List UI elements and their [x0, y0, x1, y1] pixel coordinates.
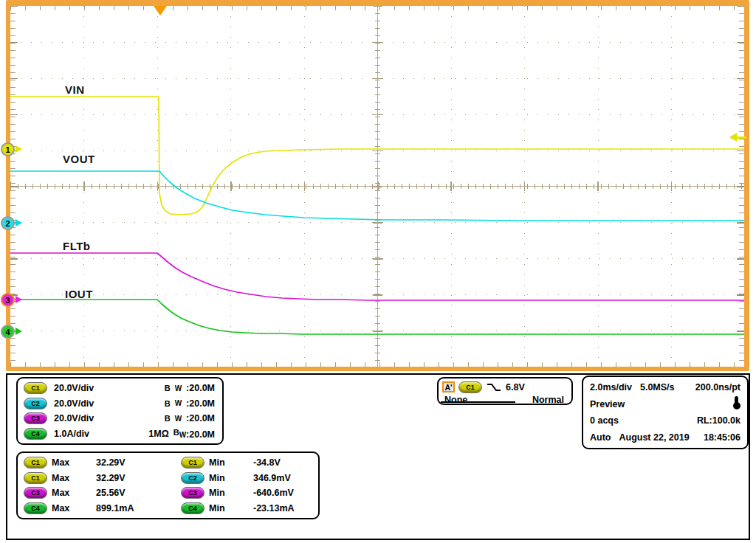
- channel-badge-c3[interactable]: C3: [24, 412, 47, 424]
- meas-badge: C1: [181, 457, 205, 468]
- channel-bandwidth: BW:20.0M: [165, 398, 215, 409]
- trigger-source-row: A' C1 6.8V: [439, 378, 571, 394]
- acqs-row: 0 acqs RL:100.0k: [583, 413, 747, 428]
- trigger-level-icon[interactable]: [729, 133, 737, 142]
- channel-row-c3[interactable]: C3 20.0V/div BW:20.0M: [18, 411, 222, 426]
- meas-label: Max: [52, 473, 96, 483]
- label-fltb: FLTb: [63, 240, 91, 252]
- acquisition-count: 0 acqs: [590, 415, 619, 426]
- trigger-level-value[interactable]: 6.8V: [506, 382, 525, 392]
- trace-c1-vin[interactable]: [10, 97, 744, 215]
- trace-c3-fltb[interactable]: [10, 253, 744, 300]
- meas-label: Min: [209, 473, 253, 483]
- meas-value: 346.9mV: [253, 473, 318, 483]
- waveform-display-frame: VIN VOUT FLTb IOUT: [6, 0, 749, 371]
- bw-label: W: [179, 431, 186, 439]
- meas-value: -640.6mV: [253, 488, 318, 498]
- meas-badge: C4: [24, 502, 47, 514]
- measurement-row: C1 Max 32.29V C1 Min -34.8V: [18, 455, 318, 471]
- channel-row-c1[interactable]: C1 20.0V/div BW:20.0M: [18, 381, 222, 396]
- sample-rate: 5.0MS/s: [640, 382, 675, 392]
- channel-bandwidth: BW:20.0M: [165, 383, 215, 393]
- readout-section: C1 20.0V/div BW:20.0M C2 20.0V/div BW:20…: [6, 373, 750, 540]
- bw-value: :20.0M: [186, 398, 215, 409]
- channel-row-c2[interactable]: C2 20.0V/div BW:20.0M: [18, 396, 222, 412]
- meas-value: 25.56V: [96, 488, 181, 498]
- waveform-plot-area[interactable]: VIN VOUT FLTb IOUT: [10, 6, 744, 367]
- trigger-level-icon: [736, 136, 746, 139]
- bw-label: B: [173, 428, 179, 437]
- channel-marker-4-arrow-icon: [16, 328, 22, 335]
- bw-label: W: [175, 415, 182, 423]
- bw-value: :20.0M: [186, 413, 215, 423]
- measurement-row: C3 Max 25.56V C3 Min -640.6mV: [18, 485, 318, 501]
- meas-label: Min: [209, 503, 253, 513]
- waveform-traces: [10, 6, 744, 367]
- timebase-row: 2.0ms/div 5.0MS/s 200.0ns/pt: [583, 380, 747, 395]
- trigger-mode-auto[interactable]: Auto: [590, 432, 611, 443]
- time-value: 18:45:06: [704, 432, 740, 443]
- bw-label: W: [175, 399, 182, 407]
- meas-label: Max: [52, 503, 96, 513]
- channel-scale: 20.0V/div: [54, 383, 94, 393]
- trigger-position-icon[interactable]: [154, 6, 167, 15]
- measurements-panel[interactable]: C1 Max 32.29V C1 Min -34.8V C1 Max 32.29…: [16, 452, 320, 519]
- channel-marker-2-arrow-icon: [16, 219, 22, 226]
- meas-value: 32.29V: [96, 457, 181, 468]
- falling-edge-icon: [486, 381, 502, 393]
- trigger-panel[interactable]: A' C1 6.8V None Normal: [437, 377, 573, 405]
- label-vout: VOUT: [63, 153, 95, 165]
- channel-badge-c1[interactable]: C1: [24, 382, 47, 394]
- mode-date-group: Auto August 22, 2019: [590, 432, 690, 443]
- measurement-row: C1 Max 32.29V C2 Min 346.9mV: [18, 471, 318, 486]
- meas-label: Max: [52, 488, 96, 498]
- channel-badge-c4[interactable]: C4: [24, 428, 47, 440]
- channel-marker-3[interactable]: 3: [1, 293, 15, 307]
- timebase-group: 2.0ms/div 5.0MS/s: [590, 382, 675, 392]
- trigger-a-select[interactable]: A': [442, 381, 455, 392]
- status-row: Preview: [583, 397, 747, 412]
- timebase-value[interactable]: 2.0ms/div: [590, 382, 632, 392]
- meas-value: -34.8V: [253, 457, 318, 468]
- channel-marker-1[interactable]: 1: [1, 142, 15, 156]
- channel-marker-4[interactable]: 4: [1, 325, 15, 339]
- channel-row-c4[interactable]: C4 1.0A/div 1MΩBW:20.0M: [18, 426, 222, 442]
- thermometer-icon: [735, 401, 740, 408]
- channel-scale: 20.0V/div: [54, 413, 94, 423]
- channel-scale: 20.0V/div: [54, 398, 94, 409]
- date-value: August 22, 2019: [619, 432, 689, 443]
- trace-c4-iout[interactable]: [10, 300, 744, 334]
- bw-label: B: [165, 384, 171, 392]
- label-iout: IOUT: [65, 288, 93, 300]
- impedance-value: 1MΩ: [148, 429, 168, 439]
- resolution: 200.0ns/pt: [695, 382, 740, 392]
- meas-value: 899.1mA: [96, 503, 181, 513]
- meas-badge: C4: [181, 502, 205, 514]
- trace-c2-vout[interactable]: [10, 171, 744, 221]
- trigger-b-mode[interactable]: None: [444, 395, 467, 405]
- meas-badge: C2: [181, 472, 205, 484]
- channel-bandwidth: BW:20.0M: [173, 428, 215, 440]
- channel-marker-2[interactable]: 2: [1, 216, 15, 230]
- bw-label: W: [175, 384, 182, 392]
- channel-marker-3-arrow-icon: [16, 296, 22, 303]
- meas-value: -23.13mA: [253, 503, 318, 513]
- channel-badge-c2[interactable]: C2: [24, 398, 47, 409]
- bw-value: :20.0M: [186, 383, 215, 393]
- label-vin: VIN: [65, 83, 85, 96]
- channel-settings-panel[interactable]: C1 20.0V/div BW:20.0M C2 20.0V/div BW:20…: [16, 377, 224, 445]
- channel-bandwidth: BW:20.0M: [165, 413, 215, 423]
- trigger-mode[interactable]: Normal: [532, 395, 564, 405]
- bw-value: :20.0M: [186, 429, 215, 440]
- datetime-row: Auto August 22, 2019 18:45:06: [583, 430, 747, 445]
- channel-scale: 1.0A/div: [54, 429, 89, 439]
- trigger-source-badge[interactable]: C1: [458, 381, 482, 393]
- meas-label: Max: [52, 457, 96, 468]
- meas-badge: C3: [24, 487, 47, 499]
- meas-value: 32.29V: [96, 473, 181, 483]
- meas-label: Min: [209, 488, 253, 498]
- meas-badge: C3: [181, 487, 205, 499]
- measurement-row: C4 Max 899.1mA C4 Min -23.13mA: [18, 501, 318, 516]
- meas-badge: C1: [24, 457, 47, 468]
- horizontal-acquisition-panel[interactable]: 2.0ms/div 5.0MS/s 200.0ns/pt Preview 0 a…: [582, 376, 749, 449]
